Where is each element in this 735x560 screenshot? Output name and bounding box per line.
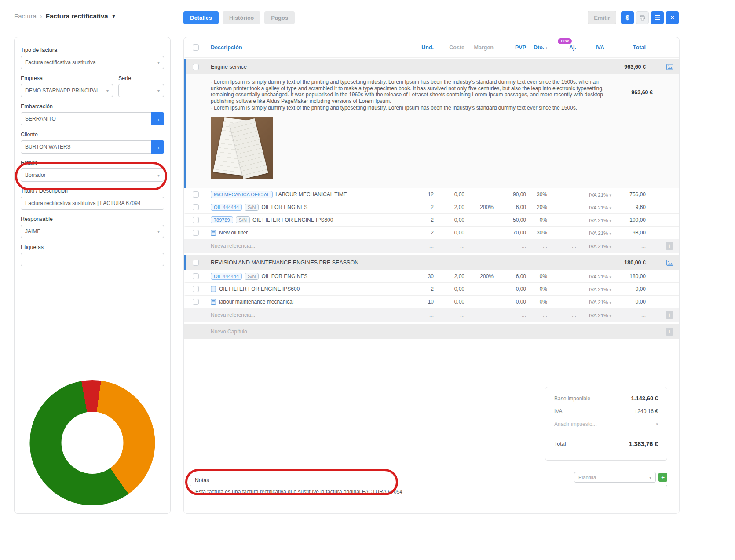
select-all-checkbox[interactable] [193,44,199,51]
print-button[interactable] [636,11,649,24]
row-checkbox[interactable] [193,230,199,236]
item-aj[interactable] [550,289,579,289]
iva-select[interactable]: IVA 21% ▾ [589,205,611,210]
open-embarcacion-button[interactable]: → [151,112,164,125]
row-checkbox[interactable] [193,191,199,198]
new-reference-placeholder[interactable]: Nueva referencia... [206,243,406,249]
item-dto[interactable]: 20% [529,204,550,210]
item-description[interactable]: LABOUR MECHANICAL TIME [275,191,347,198]
item-description[interactable]: OIL FOR ENGINES [261,273,307,279]
reference-badge[interactable]: OIL 444444 [211,273,242,280]
col-header-margen[interactable]: Margen [467,44,496,51]
iva-select[interactable]: IVA 21% ▾ [589,231,611,236]
iva-select[interactable]: IVA 21% ▾ [589,244,611,249]
tab-detalles[interactable]: Detalles [183,11,219,24]
line-item-row[interactable]: labour maintenance mechanical 10 0,00 0,… [184,296,679,308]
embarcacion-input[interactable] [21,112,164,125]
new-reference-row[interactable]: Nueva referencia... ... ... ... ... ... … [184,239,679,253]
item-pvp[interactable]: 90,00 [496,191,529,198]
iva-select[interactable]: IVA 21% ▾ [589,218,611,223]
breadcrumb-parent[interactable]: Factura [14,12,37,20]
item-margen[interactable] [467,289,496,289]
serial-badge[interactable]: S/N [245,204,259,211]
item-und[interactable]: 2 [406,204,436,210]
item-description[interactable]: OIL FOR ENGINES [261,204,307,210]
item-und[interactable]: 2 [406,286,436,292]
cliente-input[interactable] [21,140,164,154]
new-chapter-row[interactable]: Nuevo Capítulo... + [184,324,679,339]
item-description[interactable]: OIL FILTER FOR ENGINE IPS600 [252,217,333,223]
item-description[interactable]: New oil filter [219,230,248,236]
image-icon[interactable] [666,260,673,266]
item-coste[interactable]: 0,00 [436,286,467,292]
notes-textarea[interactable]: Esta factura es una factura rectificativ… [190,485,667,514]
col-header-pvp[interactable]: PVP [496,44,529,51]
item-pvp[interactable]: 0,00 [496,286,529,292]
item-und[interactable]: 2 [406,217,436,223]
tipo-factura-select[interactable]: Factura rectificativa sustitutiva ▾ [21,56,164,69]
line-item-row[interactable]: 789789S/NOIL FILTER FOR ENGINE IPS600 2 … [184,214,679,227]
item-coste[interactable]: 2,00 [436,273,467,279]
chapter-header-row[interactable]: REVISION AND MAINTENANCE ENGINES PRE SEA… [184,255,679,270]
col-header-descripcion[interactable]: Descripción [206,44,406,51]
row-checkbox[interactable] [193,286,199,292]
new-chapter-placeholder[interactable]: Nuevo Capítulo... [206,329,406,335]
image-icon[interactable] [666,64,673,70]
item-description[interactable]: labour maintenance mechanical [219,299,293,305]
plantilla-select[interactable]: Plantilla ▾ [574,472,656,483]
chapter-checkbox[interactable] [193,64,199,70]
titulo-input[interactable] [21,197,164,210]
item-und[interactable]: 30 [406,273,436,279]
item-margen[interactable] [467,302,496,302]
line-item-row[interactable]: New oil filter 2 0,00 70,00 30% IVA 21% … [184,227,679,239]
new-reference-row[interactable]: Nueva referencia... ... ... ... ... ... … [184,308,679,322]
serial-badge[interactable]: S/N [245,273,259,280]
serial-badge[interactable]: S/N [236,216,250,223]
item-pvp[interactable]: 6,00 [496,204,529,210]
row-checkbox[interactable] [193,299,199,305]
item-und[interactable]: 2 [406,230,436,236]
item-dto[interactable]: 0% [529,299,550,305]
reference-badge[interactable]: 789789 [211,216,233,223]
item-aj[interactable] [550,207,579,208]
item-dto[interactable]: 30% [529,191,550,198]
item-dto[interactable]: 0% [529,286,550,292]
col-header-total[interactable]: Total [612,44,648,51]
item-aj[interactable] [550,302,579,302]
empresa-select[interactable]: DEMO STARNAPP PRINCIPAL ▾ [21,84,113,97]
item-aj[interactable] [550,194,579,195]
col-header-aj[interactable]: new Aj. [550,44,579,51]
iva-select[interactable]: IVA 21% ▾ [589,313,611,318]
item-dto[interactable]: 30% [529,230,550,236]
line-item-row[interactable]: M/O MECANICA OFICIALLABOUR MECHANICAL TI… [184,188,679,201]
item-pvp[interactable]: 50,00 [496,217,529,223]
line-item-row[interactable]: OIL 444444S/NOIL FOR ENGINES 30 2,00 200… [184,270,679,283]
item-aj[interactable] [550,276,579,277]
serie-select[interactable]: ... ▾ [118,84,164,97]
emitir-button[interactable]: Emitir [588,11,616,24]
col-header-und[interactable]: Und. [406,44,436,51]
add-tax-select[interactable]: Añadir impuesto... ▾ [554,421,658,427]
iva-select[interactable]: IVA 21% ▾ [589,287,611,292]
line-item-row[interactable]: OIL 444444S/NOIL FOR ENGINES 2 2,00 200%… [184,201,679,214]
payments-dollar-button[interactable]: $ [621,11,634,24]
item-dto[interactable]: 0% [529,273,550,279]
col-header-iva[interactable]: IVA [579,44,612,51]
item-aj[interactable] [550,233,579,233]
chapter-checkbox[interactable] [193,260,199,266]
chevron-down-icon[interactable]: ▾ [113,13,115,19]
add-chapter-button[interactable]: + [666,328,673,336]
item-aj[interactable] [550,220,579,220]
row-checkbox[interactable] [193,204,199,210]
add-reference-button[interactable]: + [666,311,673,319]
item-pvp[interactable]: 6,00 [496,273,529,279]
add-reference-button[interactable]: + [666,242,673,250]
reference-badge[interactable]: M/O MECANICA OFICIAL [211,191,273,198]
item-und[interactable]: 12 [406,191,436,198]
item-coste[interactable]: 2,00 [436,204,467,210]
item-coste[interactable]: 0,00 [436,191,467,198]
item-margen[interactable]: 200% [467,204,496,210]
item-margen[interactable] [467,194,496,195]
item-margen[interactable] [467,233,496,233]
item-coste[interactable]: 0,00 [436,230,467,236]
